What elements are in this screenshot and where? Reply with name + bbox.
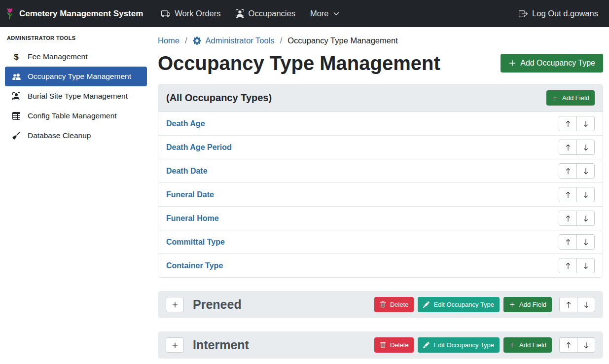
card-title: (All Occupancy Types)	[166, 92, 272, 104]
title-row: Occupancy Type Management Add Occupancy …	[158, 52, 603, 74]
add-field-button[interactable]: Add Field	[546, 90, 595, 106]
reorder-button-group	[559, 140, 595, 155]
person-bounding-box-icon	[236, 9, 244, 18]
move-up-button[interactable]	[559, 163, 577, 179]
section-title: Interment	[193, 338, 249, 352]
dollar-icon: $	[11, 53, 21, 61]
nav-item-occupancies[interactable]: Occupancies	[236, 9, 295, 18]
move-up-button[interactable]	[559, 211, 577, 226]
field-link[interactable]: Funeral Date	[166, 190, 214, 199]
move-up-button[interactable]	[559, 337, 577, 353]
page-layout: ADMINISTRATOR TOOLS $ Fee Management Occ…	[0, 27, 609, 364]
app-title: Cemetery Management System	[19, 9, 143, 19]
field-row: Container Type	[158, 254, 603, 277]
nav-item-more[interactable]: More	[310, 9, 339, 18]
move-down-button[interactable]	[576, 258, 595, 273]
move-up-button[interactable]	[559, 234, 577, 250]
field-row: Death Age Period	[158, 135, 603, 159]
edit-occupancy-type-button[interactable]: Edit Occupancy Type	[418, 297, 500, 312]
breadcrumb-separator: /	[280, 36, 283, 45]
move-down-button[interactable]	[576, 140, 595, 155]
arrow-up-icon	[565, 168, 572, 175]
arrow-up-icon	[565, 301, 572, 308]
truck-icon	[161, 9, 170, 18]
field-link[interactable]: Container Type	[166, 261, 223, 270]
main-content: Home / Administrator Tools / Occupancy T…	[152, 27, 609, 364]
field-link[interactable]: Committal Type	[166, 238, 225, 247]
edit-occupancy-type-button[interactable]: Edit Occupancy Type	[418, 337, 500, 353]
top-navbar: Cemetery Management System Work Orders O…	[0, 0, 609, 27]
move-up-button[interactable]	[559, 140, 577, 155]
nav-item-work-orders[interactable]: Work Orders	[161, 9, 220, 18]
move-up-button[interactable]	[559, 187, 577, 202]
move-down-button[interactable]	[577, 297, 595, 312]
move-down-button[interactable]	[576, 116, 595, 131]
arrow-up-icon	[565, 239, 572, 246]
arrow-down-icon	[582, 120, 589, 127]
breadcrumb-separator: /	[185, 36, 187, 45]
reorder-button-group	[559, 234, 595, 250]
field-link[interactable]: Death Age Period	[166, 143, 232, 152]
reorder-button-group	[559, 211, 595, 226]
section-title: Preneed	[193, 297, 242, 312]
arrow-down-icon	[582, 239, 589, 246]
expand-section-button[interactable]	[166, 297, 184, 312]
arrow-up-icon	[565, 262, 572, 269]
move-up-button[interactable]	[559, 258, 577, 273]
reorder-button-group	[559, 337, 595, 353]
breadcrumb-home-link[interactable]: Home	[158, 36, 179, 45]
move-down-button[interactable]	[576, 211, 595, 226]
field-link[interactable]: Death Date	[166, 167, 208, 176]
section-bar-interment: Interment Delete Edit Occupancy Type Add…	[158, 331, 603, 359]
field-link[interactable]: Funeral Home	[166, 214, 219, 223]
app-brand[interactable]: Cemetery Management System	[5, 7, 143, 20]
move-down-button[interactable]	[576, 163, 595, 179]
plus-icon	[509, 342, 515, 348]
add-field-button[interactable]: Add Field	[503, 337, 552, 353]
add-occupancy-type-button[interactable]: Add Occupancy Type	[501, 54, 603, 73]
arrow-down-icon	[582, 215, 589, 222]
tulip-logo-icon	[5, 7, 15, 20]
arrow-down-icon	[582, 262, 589, 269]
delete-occupancy-type-button[interactable]: Delete	[374, 337, 414, 353]
breadcrumb-admin-tools-link[interactable]: Administrator Tools	[193, 36, 275, 45]
move-up-button[interactable]	[559, 297, 577, 312]
delete-occupancy-type-button[interactable]: Delete	[374, 297, 414, 312]
broom-icon	[11, 132, 21, 140]
reorder-button-group	[559, 163, 595, 179]
logout-button[interactable]: Log Out d.gowans	[519, 9, 598, 18]
move-down-button[interactable]	[576, 234, 595, 250]
arrow-down-icon	[583, 301, 590, 308]
field-row: Death Date	[158, 159, 603, 182]
reorder-button-group	[559, 297, 595, 312]
plus-icon	[509, 301, 515, 308]
sidebar-item-database-cleanup[interactable]: Database Cleanup	[5, 126, 147, 146]
arrow-down-icon	[582, 191, 589, 198]
add-field-button[interactable]: Add Field	[503, 297, 552, 312]
sidebar-item-burial-site-type-management[interactable]: Burial Site Type Management	[5, 86, 147, 106]
arrow-up-icon	[565, 215, 572, 222]
breadcrumb-current: Occupancy Type Management	[287, 36, 398, 45]
arrow-down-icon	[582, 168, 589, 175]
sidebar-item-config-table-management[interactable]: Config Table Management	[5, 106, 147, 126]
field-row: Committal Type	[158, 230, 603, 254]
logout-icon	[519, 9, 528, 18]
move-up-button[interactable]	[559, 116, 577, 131]
move-down-button[interactable]	[577, 337, 595, 353]
sidebar: ADMINISTRATOR TOOLS $ Fee Management Occ…	[0, 27, 152, 364]
reorder-button-group	[559, 187, 595, 202]
field-link[interactable]: Death Age	[166, 119, 205, 128]
move-down-button[interactable]	[576, 187, 595, 202]
sidebar-item-fee-management[interactable]: $ Fee Management	[5, 47, 147, 67]
expand-section-button[interactable]	[166, 337, 184, 353]
arrow-up-icon	[565, 120, 572, 127]
section-bar-preneed: Preneed Delete Edit Occupancy Type Add F…	[158, 291, 603, 318]
sidebar-item-occupancy-type-management[interactable]: Occupancy Type Management	[5, 67, 147, 86]
person-bounding-box-icon	[11, 92, 21, 100]
chevron-down-icon	[333, 11, 339, 17]
plus-icon	[552, 95, 558, 101]
plus-icon	[508, 59, 516, 67]
reorder-button-group	[559, 258, 595, 273]
trash-icon	[380, 301, 386, 308]
all-occupancy-types-header: (All Occupancy Types) Add Field	[158, 84, 603, 111]
